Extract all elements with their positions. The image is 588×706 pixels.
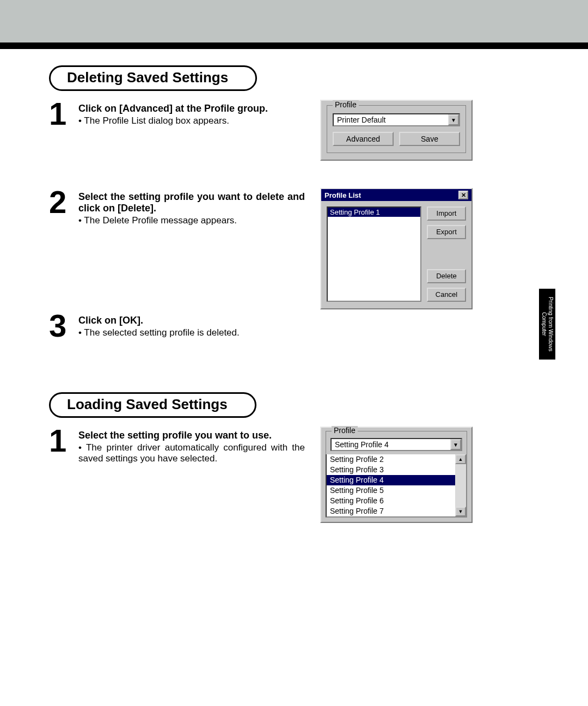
dropdown-item[interactable]: Setting Profile 3 bbox=[327, 465, 455, 475]
step-instruction: Click on [Advanced] at the Profile group… bbox=[78, 103, 305, 114]
step-number: 1 bbox=[49, 100, 73, 128]
chevron-down-icon[interactable]: ▼ bbox=[450, 439, 461, 450]
profile-dropdown-list[interactable]: Setting Profile 2Setting Profile 3Settin… bbox=[326, 454, 467, 518]
advanced-button[interactable]: Advanced bbox=[333, 132, 394, 146]
dropdown-item[interactable]: Setting Profile 7 bbox=[327, 506, 455, 516]
chevron-down-icon[interactable]: ▼ bbox=[448, 114, 459, 125]
section-title-loading: Loading Saved Settings bbox=[49, 392, 256, 418]
dropdown-item[interactable]: Setting Profile 5 bbox=[327, 485, 455, 496]
step-bullet: • The Delete Profile message appears. bbox=[78, 215, 305, 226]
step-bullet: • The Profile List dialog box appears. bbox=[78, 115, 305, 126]
step-number: 3 bbox=[49, 312, 73, 340]
page-content: Deleting Saved Settings 1 Click on [Adva… bbox=[0, 49, 588, 643]
section-title-deleting: Deleting Saved Settings bbox=[49, 65, 257, 91]
step-3: 3 Click on [OK]. • The selected setting … bbox=[49, 312, 305, 340]
load-step-1: 1 Select the setting profile you want to… bbox=[49, 427, 305, 464]
scroll-down-icon[interactable]: ▼ bbox=[455, 507, 466, 516]
profile-group-widget: Profile Printer Default ▼ Advanced Save bbox=[320, 100, 473, 161]
profile-listbox[interactable]: Setting Profile 1 bbox=[327, 206, 421, 302]
step-number: 2 bbox=[49, 188, 73, 216]
dropdown-item[interactable]: Setting Profile 2 bbox=[327, 454, 455, 465]
dialog-title: Profile List bbox=[324, 191, 361, 199]
profile-legend: Profile bbox=[333, 100, 359, 109]
step-2: 2 Select the setting profile you want to… bbox=[49, 188, 305, 226]
list-item[interactable]: Setting Profile 1 bbox=[328, 208, 420, 217]
scroll-up-icon[interactable]: ▲ bbox=[455, 454, 466, 464]
close-icon[interactable]: ✕ bbox=[458, 191, 468, 199]
step-1: 1 Click on [Advanced] at the Profile gro… bbox=[49, 100, 305, 128]
profile-dropdown-open: Profile Setting Profile 4 ▼ Setting Prof… bbox=[320, 427, 473, 523]
profile-list-dialog: Profile List ✕ Setting Profile 1 Import … bbox=[320, 188, 473, 309]
save-button[interactable]: Save bbox=[399, 132, 460, 146]
cancel-button[interactable]: Cancel bbox=[427, 288, 466, 302]
header-bar bbox=[0, 0, 588, 49]
step-instruction: Select the setting profile you want to d… bbox=[78, 191, 305, 214]
scrollbar[interactable]: ▲ ▼ bbox=[455, 454, 466, 516]
profile-combo[interactable]: Printer Default ▼ bbox=[333, 113, 460, 126]
step-number: 1 bbox=[49, 427, 73, 455]
dropdown-item[interactable]: Setting Profile 6 bbox=[327, 496, 455, 506]
step-bullet: • The printer driver automatically confi… bbox=[78, 442, 305, 464]
chapter-tab: Printing from Windows Computer bbox=[539, 289, 555, 360]
profile-combo-value: Setting Profile 4 bbox=[332, 439, 450, 450]
profile-legend: Profile bbox=[332, 426, 358, 435]
step-instruction: Click on [OK]. bbox=[78, 315, 305, 326]
delete-button[interactable]: Delete bbox=[427, 269, 466, 283]
profile-combo-open[interactable]: Setting Profile 4 ▼ bbox=[330, 438, 462, 451]
import-button[interactable]: Import bbox=[427, 206, 466, 221]
step-bullet: • The selected setting profile is delete… bbox=[78, 327, 305, 338]
step-instruction: Select the setting profile you want to u… bbox=[78, 430, 305, 441]
export-button[interactable]: Export bbox=[427, 225, 466, 239]
dropdown-item[interactable]: Setting Profile 4 bbox=[327, 475, 455, 485]
profile-combo-value: Printer Default bbox=[334, 114, 448, 125]
